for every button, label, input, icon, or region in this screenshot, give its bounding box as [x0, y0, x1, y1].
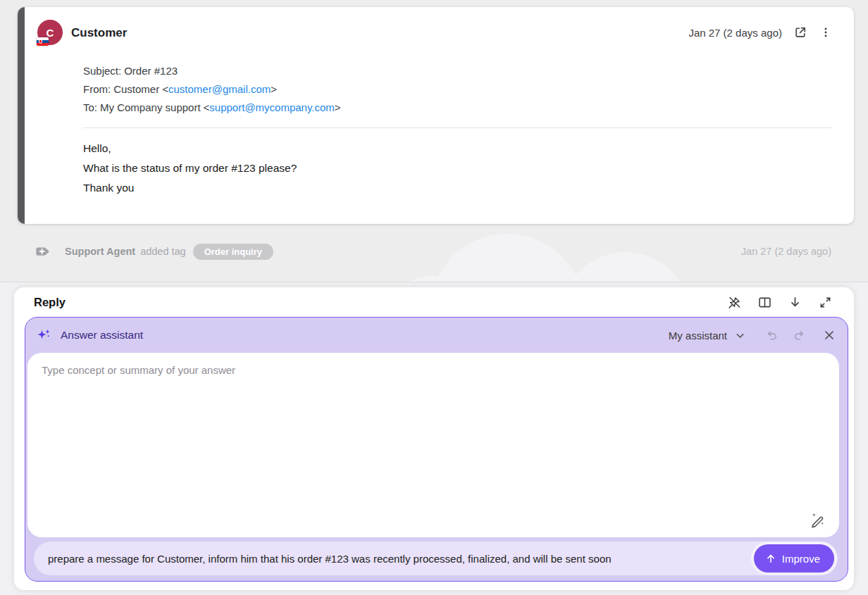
answer-assistant-panel: Answer assistant My assistant	[25, 317, 848, 582]
more-menu-button[interactable]	[819, 25, 833, 39]
reply-header: Reply	[14, 287, 854, 317]
header-body-divider	[83, 127, 831, 128]
more-vert-icon	[819, 25, 833, 39]
collapse-down-button[interactable]	[788, 295, 802, 310]
split-view-icon	[757, 295, 772, 310]
close-assistant-button[interactable]	[822, 328, 836, 342]
angle-bracket: <	[162, 83, 168, 95]
ai-sparkles-icon	[35, 327, 52, 344]
split-view-button[interactable]	[757, 295, 772, 310]
assistant-prompt-input[interactable]	[48, 553, 754, 565]
from-label: From:	[83, 83, 111, 95]
assistant-editor	[27, 353, 839, 537]
to-label: To:	[83, 101, 97, 113]
open-in-new-icon	[793, 25, 807, 39]
improve-button[interactable]: Improve	[754, 544, 834, 572]
angle-bracket: >	[271, 83, 277, 95]
activity-actor: Support Agent	[65, 246, 135, 257]
to-name: My Company support	[100, 101, 201, 113]
selected-assistant: My assistant	[669, 330, 727, 342]
from-email-link[interactable]: customer@gmail.com	[168, 83, 271, 95]
open-in-new-button[interactable]	[793, 25, 807, 39]
arrow-up-icon	[765, 553, 776, 564]
answer-concept-textarea[interactable]	[27, 353, 839, 537]
slovakia-flag-icon	[37, 37, 49, 46]
subject-line: Subject:Order #123	[83, 62, 833, 80]
sender-name: Customer	[71, 20, 127, 40]
message-header: C Customer Jan 27 (2 days ago)	[37, 20, 833, 54]
body-line: Hello,	[83, 139, 833, 158]
expand-button[interactable]	[818, 295, 833, 310]
redo-icon	[792, 328, 807, 343]
email-message-card: C Customer Jan 27 (2 days ago)	[18, 7, 854, 224]
chevron-down-icon	[734, 330, 746, 342]
undo-button[interactable]	[764, 328, 779, 343]
close-icon	[822, 328, 836, 342]
body-line: Thank you	[83, 178, 833, 198]
reply-title: Reply	[34, 296, 66, 309]
message-accent-bar	[18, 7, 25, 224]
angle-bracket: >	[335, 101, 341, 113]
assistant-selector[interactable]: My assistant	[669, 330, 746, 342]
from-name: Customer	[113, 83, 159, 95]
message-timestamp: Jan 27 (2 days ago)	[688, 27, 782, 39]
from-line: From:Customer<customer@gmail.com>	[83, 80, 833, 99]
body-line: What is the status of my order #123 plea…	[83, 158, 833, 178]
arrow-down-icon	[788, 295, 802, 310]
prompt-row: Improve	[34, 541, 838, 575]
to-line: To:My Company support<support@mycompany.…	[83, 99, 833, 117]
unpin-button[interactable]	[727, 295, 742, 310]
redo-button[interactable]	[792, 328, 807, 343]
avatar-wrap: C	[37, 20, 63, 54]
tag-badge: Order inquiry	[193, 244, 273, 260]
magic-write-button[interactable]	[809, 511, 826, 529]
subject-value: Order #123	[124, 65, 178, 77]
tag-plus-icon	[35, 244, 51, 259]
expand-icon	[818, 295, 833, 310]
unpin-icon	[727, 295, 742, 310]
assistant-title: Answer assistant	[61, 329, 143, 342]
email-body: Hello, What is the status of my order #1…	[83, 139, 833, 198]
activity-row: Support Agent added tag Order inquiry Ja…	[35, 242, 831, 261]
undo-icon	[764, 328, 779, 343]
activity-action: added tag	[140, 246, 186, 257]
assistant-header: Answer assistant My assistant	[25, 318, 848, 353]
improve-label: Improve	[782, 553, 820, 565]
email-headers: Subject:Order #123 From:Customer<custome…	[83, 62, 833, 117]
to-email-link[interactable]: support@mycompany.com	[209, 101, 335, 113]
reply-card: Reply	[14, 287, 854, 590]
magic-pen-icon	[809, 511, 826, 529]
ticket-view: C Customer Jan 27 (2 days ago)	[0, 0, 868, 595]
activity-timestamp: Jan 27 (2 days ago)	[741, 246, 831, 257]
subject-label: Subject:	[83, 65, 121, 77]
